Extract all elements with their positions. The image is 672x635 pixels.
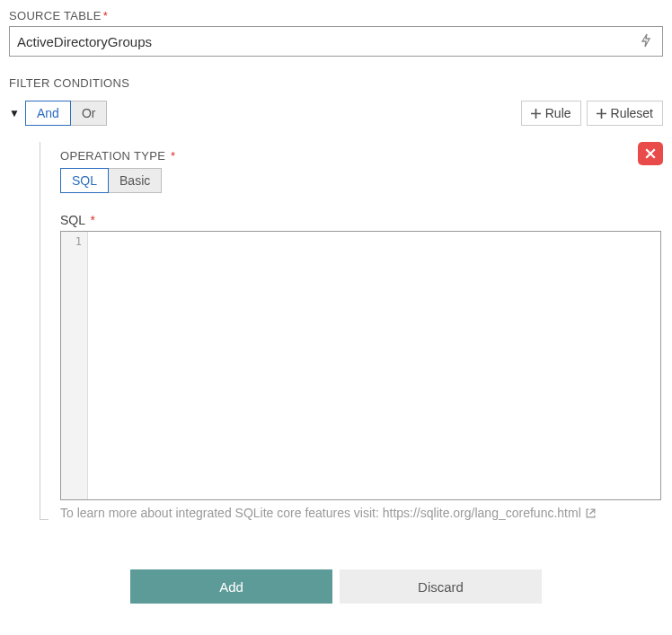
operation-sql-button[interactable]: SQL [60, 168, 109, 193]
line-gutter: 1 [61, 232, 88, 499]
discard-button[interactable]: Discard [340, 569, 542, 604]
plus-icon [531, 109, 541, 119]
sql-label: SQL * [60, 213, 661, 227]
required-asterisk: * [90, 213, 94, 227]
add-button[interactable]: Add [130, 569, 332, 604]
operation-basic-button[interactable]: Basic [108, 169, 161, 192]
rule-card: OPERATION TYPE * SQL Basic SQL * 1 To le… [58, 142, 663, 520]
add-ruleset-button[interactable]: Ruleset [587, 101, 663, 126]
required-asterisk: * [171, 149, 175, 163]
logic-and-button[interactable]: And [25, 101, 71, 126]
logic-toggle: And Or [25, 101, 107, 126]
bolt-icon[interactable] [637, 33, 655, 50]
close-icon [645, 148, 656, 159]
sql-help-text[interactable]: To learn more about integrated SQLite co… [60, 506, 661, 520]
sql-code-area[interactable] [88, 232, 660, 499]
sql-help-label: To learn more about integrated SQLite co… [60, 506, 581, 520]
source-table-value: ActiveDirectoryGroups [17, 34, 637, 49]
logic-or-button[interactable]: Or [70, 101, 107, 125]
add-ruleset-label: Ruleset [611, 106, 653, 120]
required-asterisk: * [103, 9, 108, 22]
add-rule-label: Rule [545, 106, 571, 120]
source-table-input[interactable]: ActiveDirectoryGroups [9, 26, 663, 57]
operation-type-toggle: SQL Basic [60, 168, 162, 193]
collapse-caret-icon[interactable]: ▼ [9, 107, 20, 119]
operation-type-label: OPERATION TYPE * [60, 149, 661, 163]
filter-conditions-title: FILTER CONDITIONS [9, 76, 663, 90]
delete-rule-button[interactable] [638, 142, 663, 165]
plus-icon [597, 109, 606, 119]
source-table-label: SOURCE TABLE* [9, 9, 663, 22]
add-rule-button[interactable]: Rule [521, 101, 581, 126]
sql-editor[interactable]: 1 [60, 231, 661, 500]
external-link-icon [585, 507, 597, 519]
